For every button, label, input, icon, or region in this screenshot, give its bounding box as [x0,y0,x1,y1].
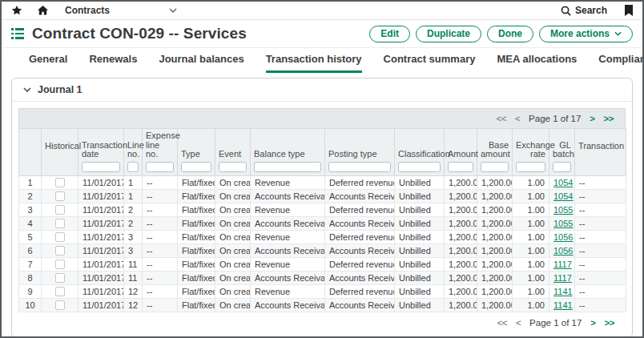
row-number: 8 [19,271,42,284]
journal-panel-header[interactable]: Journal 1 [12,78,632,102]
home-icon[interactable] [37,5,49,16]
filter-input-classification[interactable] [398,162,441,172]
historical-checkbox[interactable] [55,246,65,256]
cell-transaction: -- [575,243,626,257]
pagination-first-button[interactable]: << [497,318,506,328]
historical-checkbox[interactable] [55,260,65,269]
cell-event: On create [215,271,251,284]
tab-bar: General Renewals Journal balances Transa… [2,48,642,73]
cell-event: On create [215,243,251,257]
filter-input-gl-batch[interactable] [553,162,571,172]
historical-checkbox[interactable] [55,273,65,283]
cell-exchange-rate: 1.00 [513,203,549,216]
table-row: 611/01/20173--Flat/fixedOn createAccount… [19,243,626,257]
cell-event: On create [215,189,251,203]
cell-transaction-date: 11/01/2017 [78,216,124,230]
cell-type: Flat/fixed [178,230,215,243]
cell-event: On create [215,203,251,216]
done-button[interactable]: Done [487,26,533,42]
tab-contract-summary[interactable]: Contract summary [384,53,476,73]
filter-input-base-amount[interactable] [481,162,509,172]
column-label: Posting type [328,150,391,159]
filter-input-event[interactable] [219,162,247,172]
cell-posting-type: Deferred revenue [325,175,395,189]
filter-input-posting-type[interactable] [328,162,391,172]
page-header: Contract CON-029 -- Services Edit Duplic… [2,20,642,48]
historical-checkbox[interactable] [55,300,65,310]
filter-input-line-no[interactable] [127,162,139,172]
search-button[interactable]: Search [561,5,607,16]
record-list-icon[interactable] [11,28,24,39]
gl-batch-link[interactable]: 1054 [553,191,573,201]
gl-batch-link[interactable]: 1141 [553,300,573,310]
tab-renewals[interactable]: Renewals [89,53,137,73]
favorite-star-icon[interactable] [11,5,22,16]
edit-button[interactable]: Edit [369,26,410,42]
cell-historical [42,203,78,216]
cell-amount: 1,200.00 [445,189,477,203]
more-actions-button[interactable]: More actions [539,26,633,42]
gl-batch-link[interactable]: 1055 [553,205,573,215]
tab-transaction-history[interactable]: Transaction history [266,53,362,73]
cell-type: Flat/fixed [178,189,215,203]
pagination-prev-button[interactable]: < [515,114,520,123]
filter-input-type[interactable] [181,162,211,172]
filter-input-amount[interactable] [448,162,473,172]
cell-line-no: 2 [124,216,143,230]
top-bar: Contracts Search [2,2,642,20]
cell-transaction: -- [575,175,626,189]
cell-transaction: -- [575,189,626,203]
cell-expense-line-no: -- [143,243,178,257]
gl-batch-link[interactable]: 1055 [553,219,573,228]
pagination-prev-button[interactable]: < [516,318,521,328]
pagination-top: << < Page 1 of 17 > >> [496,114,614,123]
gl-batch-link[interactable]: 1117 [553,260,572,269]
table-row: 911/01/201712--Flat/fixedOn createRevenu… [19,284,626,298]
bookmark-icon[interactable] [625,5,633,16]
duplicate-button[interactable]: Duplicate [416,26,481,42]
tab-general[interactable]: General [29,53,67,73]
module-dropdown[interactable]: Contracts [65,5,177,16]
cell-expense-line-no: -- [143,203,178,216]
tab-journal-balances[interactable]: Journal balances [159,53,244,73]
cell-expense-line-no: -- [143,175,178,189]
historical-checkbox[interactable] [55,287,65,296]
cell-event: On create [215,298,251,312]
historical-checkbox[interactable] [55,205,65,215]
filter-input-expense-line-no[interactable] [146,162,174,172]
pagination-last-button[interactable]: >> [605,318,614,328]
historical-checkbox[interactable] [55,178,65,187]
filter-input-exchange-rate[interactable] [516,162,545,172]
gl-batch-link[interactable]: 1054 [553,178,573,187]
cell-type: Flat/fixed [178,243,215,257]
gl-batch-link[interactable]: 1117 [553,273,572,283]
filter-input-transaction-date[interactable] [82,162,120,172]
row-number: 3 [19,203,42,216]
tab-mea-allocations[interactable]: MEA allocations [497,53,577,73]
gl-batch-link[interactable]: 1056 [553,246,573,256]
cell-balance-type: Revenue [251,175,325,189]
filter-input-balance-type[interactable] [254,162,321,172]
cell-historical [42,189,78,203]
historical-checkbox[interactable] [55,191,65,201]
column-header-gl-batch: GL batch [549,129,575,176]
cell-type: Flat/fixed [178,298,215,312]
historical-checkbox[interactable] [55,232,65,242]
table-row: 311/01/20172--Flat/fixedOn createRevenue… [19,203,626,216]
cell-exchange-rate: 1.00 [513,175,549,189]
collapse-chevron-icon[interactable] [23,87,31,92]
cell-line-no: 1 [124,175,143,189]
pagination-first-button[interactable]: << [496,114,505,123]
historical-checkbox[interactable] [55,219,65,228]
gl-batch-link[interactable]: 1056 [553,232,573,242]
cell-type: Flat/fixed [178,257,215,271]
cell-exchange-rate: 1.00 [513,189,549,203]
pagination-next-button[interactable]: > [590,114,594,123]
tab-compliance[interactable]: Compliance [598,53,644,73]
cell-posting-type: Accounts Receivable [325,298,395,312]
pagination-last-button[interactable]: >> [604,114,614,123]
pagination-next-button[interactable]: > [590,318,595,328]
gl-batch-link[interactable]: 1141 [553,287,573,296]
column-header-row-number [19,129,42,176]
cell-amount: 1,200.00 [445,257,477,271]
